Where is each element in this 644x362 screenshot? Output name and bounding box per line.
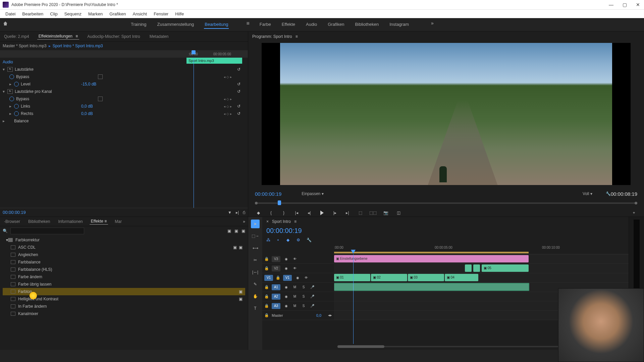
panel-menu-icon[interactable]: ≡	[75, 34, 78, 39]
clip-adjustment[interactable]: ▣ Einstellungsebene	[334, 255, 529, 262]
extract-icon[interactable]: ⬚⬚	[370, 209, 376, 216]
step-forward-icon[interactable]: |▸	[331, 209, 338, 216]
clip-03[interactable]: ▣ 03	[408, 274, 444, 281]
program-scrubber[interactable]	[255, 200, 637, 206]
effect-item[interactable]: Helligkeit und Kontrast▣	[3, 295, 245, 303]
stopwatch-icon[interactable]	[14, 104, 19, 109]
play-button[interactable]	[319, 209, 325, 216]
track-header-v2[interactable]: 🔒V2◉👁	[262, 264, 334, 273]
workspace-audio[interactable]: Audio	[305, 20, 318, 29]
stopwatch-icon[interactable]	[9, 97, 14, 101]
menu-marken[interactable]: Marken	[85, 11, 106, 16]
effect-item-selected[interactable]: Farbton▣	[3, 288, 245, 295]
filter-accelerated-icon[interactable]: ▣	[227, 229, 231, 233]
track-header-v3[interactable]: 🔒V3◉👁	[262, 254, 334, 264]
bypass-checkbox[interactable]	[98, 97, 103, 101]
minimize-button[interactable]: —	[608, 2, 614, 7]
workspace-zusammenstellung[interactable]: Zusammenstellung	[156, 20, 195, 29]
workspace-instagram[interactable]: Instagram	[389, 20, 410, 29]
clip-01[interactable]: ▣ 01	[334, 274, 370, 281]
menu-sequenz[interactable]: Sequenz	[61, 11, 85, 16]
timeline-ruler[interactable]: :00:00 00:00:05:00 00:00:10:00	[334, 244, 629, 254]
track-header-v1[interactable]: V1🔒V1◉👁	[262, 273, 334, 283]
workspace-menu-icon[interactable]: ≡	[246, 20, 249, 29]
master-value[interactable]: 0,0	[316, 313, 321, 317]
filter-icon[interactable]: ▼	[228, 210, 232, 215]
effect-item[interactable]: Farbbalance	[3, 258, 245, 266]
filter-yuv-icon[interactable]: ▣	[241, 229, 245, 233]
step-back-icon[interactable]: ◂|	[306, 209, 313, 216]
keyframe-nav[interactable]: ◂ ◇ ▸	[224, 112, 232, 116]
reset-icon[interactable]: ↺	[237, 89, 243, 94]
ripple-edit-tool[interactable]: ⟷	[251, 244, 260, 252]
expand-icon[interactable]: ▸	[3, 119, 7, 123]
expand-icon[interactable]: ▸	[9, 104, 14, 109]
tab-audio-mixer[interactable]: Audioclip-Mischer: Sport Intro	[86, 34, 141, 40]
menu-datei[interactable]: Datei	[2, 11, 19, 16]
close-button[interactable]: ✕	[635, 2, 641, 7]
go-to-out-icon[interactable]: ▸|	[344, 209, 351, 216]
tab-source[interactable]: Quelle: 2.mp4	[3, 34, 31, 40]
effects-category[interactable]: ▾Farbkorrektur	[3, 236, 245, 244]
menu-hilfe[interactable]: Hilfe	[172, 11, 187, 16]
selection-tool[interactable]: ➤	[251, 220, 260, 228]
hand-tool[interactable]: ✋	[251, 292, 260, 301]
workspace-grafiken[interactable]: Grafiken	[327, 20, 345, 29]
menu-fenster[interactable]: Fenster	[150, 11, 172, 16]
reset-icon[interactable]: ↺	[237, 111, 243, 116]
expand-icon[interactable]: ▸	[9, 111, 14, 116]
export-frame-icon[interactable]: 📷	[382, 209, 389, 216]
add-button-icon[interactable]: +	[631, 209, 637, 216]
keyframe-nav[interactable]: ◂ ◇ ▸	[224, 97, 232, 101]
tab-bibliotheken[interactable]: Bibliotheken	[27, 219, 51, 225]
lift-icon[interactable]: ⬚	[357, 209, 364, 216]
panel-menu-icon[interactable]: ≡	[296, 34, 298, 39]
effect-item[interactable]: Kanalmixer	[3, 310, 245, 317]
workspace-overflow-icon[interactable]: »	[431, 20, 434, 29]
close-seq-icon[interactable]: ×	[266, 219, 269, 224]
program-time-current[interactable]: 00:00:00:19	[255, 191, 281, 197]
expand-icon[interactable]: ▸	[9, 82, 14, 86]
mark-out-icon[interactable]: }	[280, 209, 287, 216]
slip-tool[interactable]: |↔|	[251, 268, 260, 277]
home-icon[interactable]	[3, 21, 11, 29]
ec-links-value[interactable]: 0,0 dB	[81, 104, 108, 109]
track-header-master[interactable]: 🔒Master0,0◂▸	[262, 311, 334, 320]
ec-level-value[interactable]: -15,0 dB	[81, 82, 108, 86]
effect-item[interactable]: In Farbe ändern	[3, 303, 245, 310]
ec-clip-label[interactable]: Sport Intro * Sport Intro.mp3	[53, 44, 103, 48]
collapse-icon[interactable]: ▾	[3, 67, 7, 72]
clip-audio[interactable]	[334, 283, 529, 291]
razor-tool[interactable]: ✂	[251, 256, 260, 264]
mark-in-icon[interactable]: {	[268, 209, 274, 216]
workspace-effekte[interactable]: Effekte	[281, 20, 296, 29]
add-marker-icon[interactable]: ◆	[255, 209, 262, 216]
menu-grafiken[interactable]: Grafiken	[106, 11, 129, 16]
menu-clip[interactable]: Clip	[47, 11, 61, 16]
wrench-icon[interactable]: 🔧	[606, 191, 611, 196]
panel-menu-icon[interactable]: ≡	[294, 219, 297, 224]
program-fit-dropdown[interactable]: Einpassen ▾	[302, 191, 323, 196]
collapse-icon[interactable]: ▾	[3, 89, 7, 94]
tab-effect-controls[interactable]: Effekteinstellungen ≡	[37, 33, 79, 40]
tab-effekte[interactable]: Effekte ≡	[90, 218, 108, 225]
fx-badge[interactable]: fx	[7, 67, 13, 72]
workspace-farbe[interactable]: Farbe	[259, 20, 272, 29]
ec-mini-timeline[interactable]: :00:00 00:00:05:00	[0, 50, 248, 58]
clip[interactable]	[465, 264, 472, 272]
program-video[interactable]	[262, 43, 631, 185]
clip-05[interactable]: ▣ 05	[482, 264, 529, 272]
linked-selection-icon[interactable]: ⚬	[276, 238, 282, 243]
maximize-button[interactable]: ▢	[621, 2, 628, 7]
tab-metadata[interactable]: Metadaten	[148, 34, 170, 40]
panel-menu-icon[interactable]: ≡	[104, 219, 107, 224]
menu-ansicht[interactable]: Ansicht	[129, 11, 150, 16]
filter-32bit-icon[interactable]: ▣	[234, 229, 238, 233]
menu-bearbeiten[interactable]: Bearbeiten	[19, 11, 47, 16]
bypass-checkbox[interactable]	[98, 74, 103, 79]
track-header-a3[interactable]: 🔒A3◉MS🎤	[262, 301, 334, 311]
track-header-a1[interactable]: 🔒A1◉MS🎤	[262, 283, 334, 292]
play-toggle-icon[interactable]: ▸|	[236, 210, 239, 215]
effect-item[interactable]: Angleichen	[3, 251, 245, 258]
snap-icon[interactable]: ⁂	[266, 238, 272, 243]
